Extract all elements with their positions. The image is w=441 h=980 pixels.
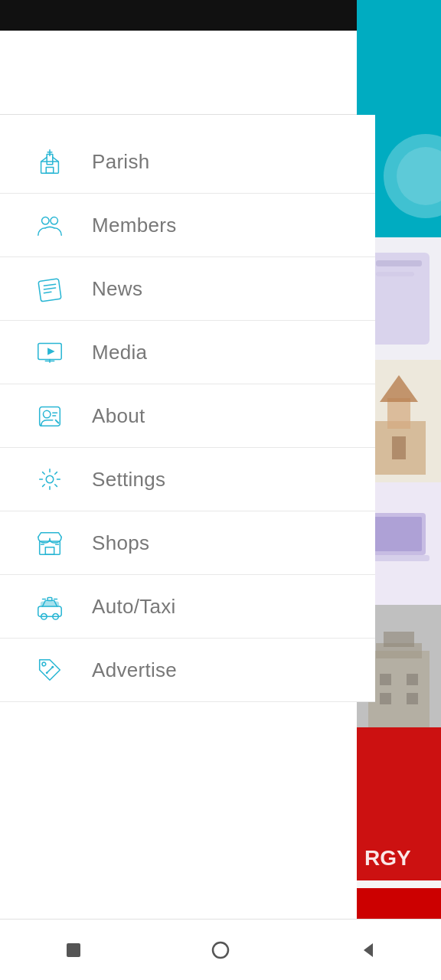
svg-marker-7 — [380, 375, 418, 402]
menu-item-parish[interactable]: Parish — [0, 130, 375, 194]
menu-item-media[interactable]: Media — [0, 321, 375, 384]
svg-rect-17 — [380, 693, 391, 704]
svg-rect-29 — [38, 279, 61, 302]
svg-rect-49 — [41, 602, 59, 606]
menu-item-about[interactable]: About — [0, 384, 375, 448]
svg-rect-24 — [46, 168, 54, 174]
menu-label-shops: Shops — [92, 531, 149, 555]
menu-label-parish: Parish — [92, 150, 150, 174]
menu-label-advertise: Advertise — [92, 658, 177, 682]
svg-text:RGY: RGY — [364, 846, 411, 870]
svg-line-25 — [41, 157, 47, 162]
svg-point-53 — [42, 662, 46, 666]
svg-point-38 — [43, 410, 50, 418]
svg-point-28 — [51, 217, 58, 225]
card-red: RGY — [357, 727, 441, 880]
svg-rect-16 — [407, 674, 418, 685]
members-icon — [31, 206, 69, 244]
svg-line-54 — [47, 667, 53, 673]
svg-point-56 — [51, 666, 54, 668]
nav-back-button[interactable] — [345, 927, 390, 973]
svg-point-58 — [213, 942, 228, 958]
nav-home-button[interactable] — [198, 927, 243, 973]
svg-marker-34 — [47, 348, 55, 355]
taxi-icon — [31, 587, 69, 626]
svg-rect-42 — [40, 541, 60, 554]
media-icon — [31, 333, 69, 371]
settings-icon — [31, 460, 69, 498]
menu-item-settings[interactable]: Settings — [0, 448, 375, 511]
svg-rect-12 — [368, 651, 430, 727]
svg-rect-14 — [384, 632, 414, 647]
svg-rect-43 — [45, 547, 54, 555]
advertise-icon — [31, 651, 69, 689]
svg-rect-18 — [407, 693, 418, 704]
nav-square-button[interactable] — [51, 927, 96, 973]
circle-icon — [209, 939, 232, 962]
svg-rect-3 — [376, 260, 422, 266]
svg-point-41 — [46, 475, 54, 483]
menu-label-news: News — [92, 277, 142, 301]
svg-rect-50 — [47, 598, 52, 601]
bottom-nav-bar — [0, 919, 441, 980]
svg-line-32 — [44, 292, 51, 292]
svg-rect-10 — [368, 517, 422, 551]
svg-rect-6 — [387, 398, 410, 429]
menu-label-auto-taxi: Auto/Taxi — [92, 595, 176, 619]
menu-item-advertise[interactable]: Advertise — [0, 639, 375, 702]
menu-item-news[interactable]: News — [0, 257, 375, 321]
svg-rect-15 — [380, 674, 391, 685]
drawer-menu: Parish Members News — [0, 115, 375, 702]
menu-item-auto-taxi[interactable]: Auto/Taxi — [0, 575, 375, 639]
news-icon — [31, 270, 69, 308]
menu-label-about: About — [92, 404, 145, 428]
menu-label-settings: Settings — [92, 468, 165, 492]
menu-label-members: Members — [92, 214, 176, 237]
menu-item-members[interactable]: Members — [0, 194, 375, 257]
svg-line-30 — [44, 284, 55, 286]
church-icon — [31, 142, 69, 181]
svg-rect-4 — [376, 272, 414, 276]
svg-line-31 — [44, 288, 55, 289]
menu-label-media: Media — [92, 341, 147, 364]
svg-rect-8 — [392, 436, 406, 459]
square-icon — [62, 939, 85, 962]
svg-point-27 — [42, 217, 50, 225]
back-icon — [356, 939, 379, 962]
svg-point-55 — [46, 671, 48, 674]
svg-rect-57 — [67, 943, 80, 957]
svg-marker-59 — [364, 943, 373, 957]
shops-icon — [31, 524, 69, 562]
menu-item-shops[interactable]: Shops — [0, 511, 375, 575]
about-icon — [31, 397, 69, 435]
svg-line-26 — [53, 157, 59, 162]
